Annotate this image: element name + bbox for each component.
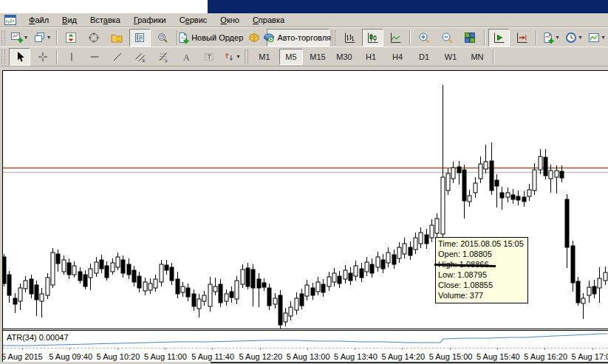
toolbar-grip[interactable] (332, 30, 335, 45)
chevron-down-icon[interactable]: ▾ (556, 34, 559, 41)
bottom-edge-line (211, 362, 608, 363)
fibo-icon: F (157, 51, 169, 63)
chevron-down-icon[interactable]: ▾ (236, 53, 239, 60)
ohlc-tooltip: Time: 2015.08.05 15:05Open: 1.08805High:… (435, 237, 528, 303)
tooltip-line: Open: 1.08805 (438, 249, 525, 259)
navigator-button[interactable] (106, 29, 128, 47)
data-window-button[interactable] (83, 29, 105, 47)
atr-line (3, 334, 607, 346)
periods-button[interactable]: ▾ (563, 29, 584, 47)
chart-shift-button[interactable] (511, 29, 533, 47)
hline-icon (89, 51, 100, 63)
chevron-down-icon[interactable]: ▾ (47, 34, 50, 41)
timeframe-h4-button[interactable]: H4 (386, 49, 409, 65)
chart-line-button[interactable] (385, 29, 406, 47)
candle-body (500, 193, 504, 198)
candle-body (143, 282, 147, 291)
chevron-down-icon[interactable]: ▾ (601, 34, 604, 41)
atr-name: ATR(34) (7, 333, 37, 342)
menu-файл[interactable]: Файл (22, 15, 55, 25)
text-label-button[interactable]: T (198, 48, 219, 66)
timeframe-mn-button[interactable]: MN (465, 49, 489, 65)
profiles-icon (34, 32, 46, 44)
candle-body (414, 238, 417, 250)
menu-справка[interactable]: Справка (246, 15, 291, 25)
vertical-line-button[interactable] (61, 48, 82, 66)
candle-body (479, 164, 482, 179)
menu-вид[interactable]: Вид (55, 15, 83, 25)
svg-text:T: T (207, 53, 211, 61)
timeframe-m1-button[interactable]: M1 (253, 49, 276, 65)
candle-body (516, 196, 520, 200)
auto-trading-button[interactable]: Авто-торговля (267, 29, 330, 47)
terminal-button[interactable] (129, 29, 151, 47)
market-watch-button[interactable] (61, 29, 82, 47)
menu-графики[interactable]: Графики (127, 15, 173, 25)
new-chart-button[interactable]: ▾ (9, 29, 30, 47)
chevron-down-icon[interactable]: ▾ (578, 34, 581, 41)
timeframe-m15-button[interactable]: M15 (306, 49, 329, 65)
candle-body (18, 288, 22, 301)
candle-body (349, 273, 352, 281)
timeframe-w1-button[interactable]: W1 (439, 49, 462, 65)
zoom-out-button[interactable] (437, 29, 458, 47)
toolbar-grip[interactable] (1, 30, 5, 45)
candle-body (51, 253, 55, 285)
candle-body (192, 294, 196, 306)
time-axis-label: 5 Aug 16:20 (524, 352, 567, 361)
candle-body (208, 284, 212, 306)
menu-окно[interactable]: Окно (214, 15, 246, 25)
auto-scroll-button[interactable] (488, 29, 510, 47)
cursor-icon (14, 51, 26, 63)
candle-body (354, 266, 358, 276)
templates-button[interactable]: ▾ (586, 29, 607, 47)
chevron-down-icon[interactable]: ▾ (24, 34, 27, 41)
chart-bars-button[interactable] (339, 29, 361, 47)
candle-body (576, 281, 580, 303)
tile-windows-button[interactable] (460, 29, 481, 47)
time-axis-label: 5 Aug 09:40 (49, 352, 92, 361)
candle-body (381, 260, 385, 269)
candle-body (230, 292, 233, 298)
candle-body (451, 168, 455, 179)
atr-indicator-pane[interactable] (3, 331, 608, 348)
trendline-button[interactable] (106, 48, 128, 66)
menu-вставка[interactable]: Вставка (83, 15, 127, 25)
toolbar-grip[interactable] (245, 49, 248, 64)
equidistant-channel-button[interactable]: E (129, 48, 151, 66)
timeframe-m5-button[interactable]: M5 (279, 49, 303, 65)
candle-body (7, 275, 11, 295)
toolbar-standard: ▾▾Новый ОрдерАвто-торговля▾▾▾ (0, 27, 608, 47)
chart-profiles-button[interactable]: ▾ (32, 29, 53, 47)
toolbar-separator (56, 49, 58, 64)
time-axis-label: 5 Aug 13:00 (287, 352, 330, 361)
chart-candles-button[interactable] (362, 29, 383, 47)
cursor-button[interactable] (9, 48, 30, 66)
zoom-in-button[interactable] (414, 29, 435, 47)
crosshair-button[interactable] (32, 48, 53, 66)
text-button[interactable]: A (175, 48, 197, 66)
candle-body (83, 275, 87, 286)
candle-body (338, 276, 341, 284)
new-order-button[interactable]: Новый Ордер (181, 29, 242, 47)
horizontal-line-button[interactable] (83, 48, 105, 66)
arrows-button[interactable]: ▾ (221, 48, 242, 66)
time-axis-label: 5 Aug 10:20 (97, 352, 140, 361)
titlebar-remnant (208, 0, 608, 13)
strategy-tester-button[interactable] (152, 29, 174, 47)
candle-body (279, 295, 282, 325)
timeframe-m30-button[interactable]: M30 (332, 49, 356, 65)
menu-сервис[interactable]: Сервис (173, 15, 214, 25)
indicators-button[interactable]: ▾ (540, 29, 561, 47)
atr-value: 0.00047 (39, 333, 69, 342)
toolbar-grip[interactable] (1, 49, 5, 64)
timeframe-h1-button[interactable]: H1 (359, 49, 383, 65)
svg-text:E: E (142, 58, 145, 62)
candle-body (219, 284, 222, 303)
time-axis-tick (497, 348, 498, 350)
timeframe-d1-button[interactable]: D1 (412, 49, 436, 65)
pane-divider[interactable] (2, 329, 608, 329)
titlebar-strip (0, 0, 608, 13)
metaeditor-button[interactable] (244, 29, 265, 47)
fibonacci-button[interactable]: F (152, 48, 174, 66)
